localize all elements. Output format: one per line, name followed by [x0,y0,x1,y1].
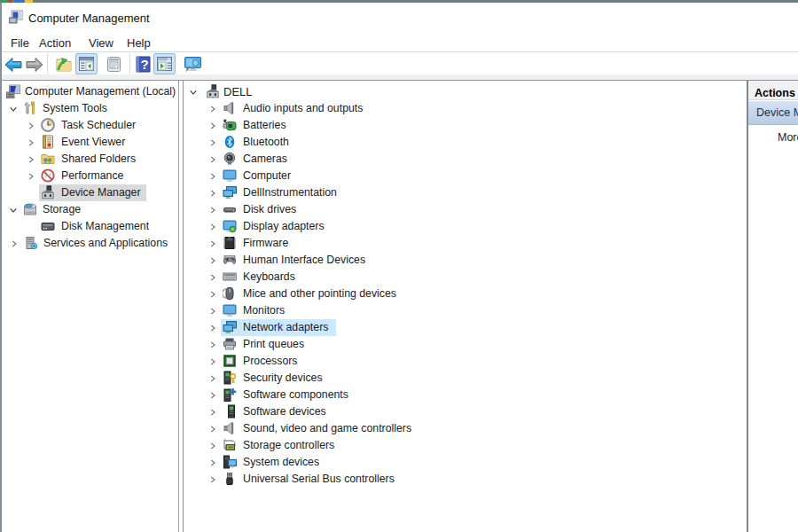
svg-text:?: ? [140,57,148,72]
